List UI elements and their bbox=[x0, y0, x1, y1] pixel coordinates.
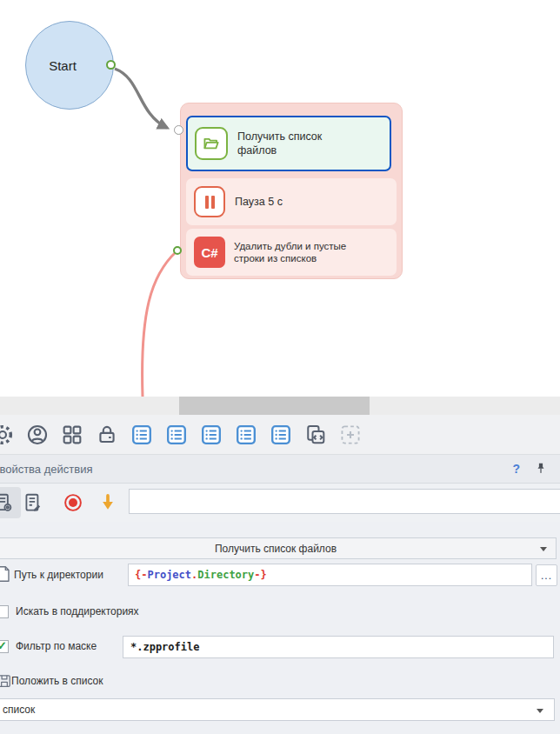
mask-value: *.zpprofile bbox=[130, 641, 199, 653]
action-type-select[interactable]: Получить список файлов bbox=[0, 537, 557, 559]
action-group[interactable]: Получить список файлов Пауза 5 с C# Удал… bbox=[180, 103, 403, 279]
edge-start-to-action bbox=[115, 69, 167, 128]
path-field-input[interactable]: {-Project.Directory-} bbox=[128, 564, 532, 586]
horizontal-scrollbar[interactable] bbox=[0, 397, 560, 415]
apps-icon[interactable] bbox=[60, 423, 84, 447]
action-label: Удалить дубли и пустые строки из списков bbox=[234, 240, 375, 264]
add-region-icon[interactable] bbox=[338, 423, 363, 447]
file-icon bbox=[0, 564, 13, 584]
account-icon[interactable] bbox=[25, 423, 50, 447]
action-pause[interactable]: Пауза 5 с bbox=[186, 178, 397, 225]
list-field-label: Положить в список bbox=[11, 672, 103, 690]
action-search-input[interactable] bbox=[129, 489, 560, 514]
mask-checkbox-label: Фильтр по маске bbox=[16, 640, 97, 653]
list-select-value: список bbox=[3, 704, 35, 716]
edit-note-icon[interactable] bbox=[22, 491, 44, 514]
mask-input[interactable]: *.zpprofile bbox=[123, 636, 554, 658]
chevron-down-icon bbox=[537, 709, 543, 713]
profiles-code-icon[interactable] bbox=[303, 423, 328, 447]
csharp-icon: C# bbox=[194, 237, 225, 268]
macro-value: {-Project.Directory-} bbox=[135, 569, 267, 581]
chevron-down-icon bbox=[540, 547, 547, 551]
path-field-label: Путь к директории bbox=[14, 564, 103, 586]
action-get-file-list[interactable]: Получить список файлов bbox=[186, 116, 391, 171]
help-button[interactable]: ? bbox=[512, 462, 520, 476]
action-csharp-dedupe[interactable]: C# Удалить дубли и пустые строки из спис… bbox=[186, 229, 397, 276]
action-in-port[interactable] bbox=[174, 125, 183, 135]
start-node-label: Start bbox=[49, 58, 77, 73]
browse-button[interactable]: ... bbox=[536, 564, 557, 586]
list-select[interactable]: список bbox=[0, 698, 555, 721]
properties-content: Получить список файлов Путь к директории… bbox=[0, 522, 560, 734]
subdirs-checkbox[interactable] bbox=[0, 605, 9, 618]
mask-checkbox[interactable] bbox=[0, 640, 9, 653]
action-label: Получить список файлов bbox=[237, 130, 342, 157]
action-toolbar bbox=[0, 484, 560, 522]
start-out-port[interactable] bbox=[106, 60, 116, 70]
list-icon[interactable] bbox=[199, 423, 223, 447]
arrow-down-icon[interactable] bbox=[97, 491, 119, 514]
edge-csharp-out bbox=[143, 251, 177, 397]
main-toolbar bbox=[0, 415, 560, 455]
settings-icon[interactable] bbox=[0, 423, 15, 447]
list-icon[interactable] bbox=[130, 423, 154, 447]
panel-title: Свойства действия bbox=[0, 463, 92, 476]
scrollbar-thumb[interactable] bbox=[179, 397, 370, 415]
list-icon[interactable] bbox=[164, 423, 189, 447]
list-icon[interactable] bbox=[234, 423, 258, 447]
pause-icon bbox=[194, 186, 225, 217]
folder-open-icon bbox=[195, 127, 228, 160]
lock-icon[interactable] bbox=[95, 423, 119, 447]
properties-header: Свойства действия ? bbox=[0, 455, 560, 484]
action-label: Пауза 5 с bbox=[235, 195, 339, 209]
flow-canvas[interactable]: Start Получить список файлов Пауза 5 с C… bbox=[0, 0, 560, 397]
action-type-value: Получить список файлов bbox=[215, 543, 337, 555]
csharp-out-port[interactable] bbox=[173, 246, 182, 255]
pin-icon[interactable] bbox=[533, 461, 549, 477]
subdirs-checkbox-label: Искать в поддиректориях bbox=[16, 605, 139, 618]
start-node[interactable]: Start bbox=[25, 21, 114, 110]
record-icon[interactable] bbox=[62, 491, 84, 514]
action-settings-icon[interactable] bbox=[0, 491, 15, 514]
list-icon[interactable] bbox=[269, 423, 293, 447]
